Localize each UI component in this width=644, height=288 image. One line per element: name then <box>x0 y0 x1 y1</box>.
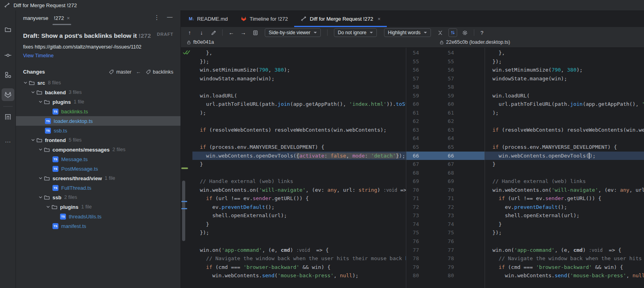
gitlab-icon[interactable] <box>2 88 14 101</box>
line-number-row: 7979 <box>406 263 485 272</box>
chevron-down-icon <box>45 204 51 210</box>
typescript-file-icon: TS <box>52 185 58 191</box>
code-line: }); <box>485 57 644 66</box>
changes-applied-check-icon <box>182 49 190 56</box>
lock-icon <box>439 40 444 45</box>
line-number-row: 7676 <box>406 237 485 246</box>
tree-item-loader-desktop-ts[interactable]: TSloader.desktop.ts <box>16 116 180 126</box>
tab-diff[interactable]: Diff for Merge Request !272 × <box>294 10 387 27</box>
tree-item-threadsutils-ts[interactable]: TSthreadsUtils.ts <box>16 212 180 221</box>
whitespace-dropdown[interactable]: Do not ignore <box>334 28 377 37</box>
code-line <box>192 237 406 246</box>
bookmarks-icon[interactable] <box>2 111 14 123</box>
help-button[interactable]: ? <box>481 30 483 36</box>
chevron-down-icon <box>30 137 36 143</box>
pane-separator <box>406 48 406 288</box>
folder-icon <box>36 137 43 143</box>
folder-icon <box>36 89 43 95</box>
code-line: // Handle external (web) links <box>192 177 406 186</box>
diff-pane-left[interactable]: }, }); win.setMinimumSize(790, 380); win… <box>192 48 406 288</box>
collapse-unchanged-icon[interactable] <box>436 30 444 36</box>
code-line: // Navigate the window back when the use… <box>192 254 406 263</box>
editor-tabs: M↓ README.md Timeline for !272 Diff for … <box>181 10 644 27</box>
tab-manyverse[interactable]: manyverse <box>23 10 48 25</box>
code-line: win.on('app-command', (e, cmd) :void => … <box>192 246 406 255</box>
tree-item-backlinks-ts[interactable]: TSbacklinks.ts <box>16 107 180 116</box>
changelist-icon[interactable] <box>251 30 259 36</box>
tree-item-fullthread-ts[interactable]: TSFullThread.ts <box>16 183 180 193</box>
forward-button[interactable]: → <box>239 29 247 36</box>
mr-title: Draft: Show a post's backlinks below it … <box>23 31 156 41</box>
tree-item-postmessage-ts[interactable]: TSPostMessage.ts <box>16 164 180 173</box>
more-icon[interactable]: ⋯ <box>2 136 14 148</box>
changes-row: Changes master ← backlinks <box>23 69 173 75</box>
change-marker-blue <box>181 208 187 209</box>
tab-readme[interactable]: M↓ README.md <box>182 10 234 27</box>
code-line: win.setMinimumSize(790, 380); <box>485 66 644 74</box>
title-bar: Diff for Merge Request !272 <box>0 0 644 10</box>
line-number-row: 7070 <box>406 186 485 195</box>
tree-item-ssb-ts[interactable]: TSssb.ts <box>16 126 180 135</box>
viewer-mode-dropdown[interactable]: Side-by-side viewer <box>265 28 321 37</box>
prev-change-button[interactable]: ↑ <box>186 29 194 36</box>
view-timeline-link[interactable]: View Timeline <box>23 53 173 58</box>
pane-separator <box>485 48 485 288</box>
code-line: shell.openExternal(url); <box>192 211 406 220</box>
vertical-scrollbar[interactable] <box>182 181 185 241</box>
sync-scrolling-toggle[interactable] <box>448 28 457 37</box>
line-number-row: 7474 <box>406 220 485 229</box>
tree-item-frontend[interactable]: frontend5 files <box>16 135 180 145</box>
tree-item-plugins[interactable]: plugins1 file <box>16 202 180 212</box>
tab-mr-272[interactable]: !272 × <box>54 10 70 25</box>
code-line: win.webContents.openDevTools({activate: … <box>192 152 406 160</box>
edit-icon[interactable] <box>209 30 217 36</box>
back-button[interactable]: ← <box>227 29 235 36</box>
code-line: ev.preventDefault(); <box>192 203 406 212</box>
code-line <box>485 134 644 143</box>
code-line: }, <box>192 49 406 57</box>
code-line: if (url !== ev.sender.getURL()) { <box>192 194 406 203</box>
code-line: win.loadURL( <box>485 91 644 100</box>
tree-item-src[interactable]: src8 files <box>16 78 180 88</box>
diff-pane-right[interactable]: }, }); win.setMinimumSize(790, 380); win… <box>485 48 644 288</box>
merge-request-diff-icon <box>4 2 10 8</box>
minimize-icon[interactable]: — <box>167 14 173 20</box>
highlight-mode-dropdown[interactable]: Highlight words <box>384 28 431 37</box>
line-number-row: 5757 <box>406 74 485 83</box>
kebab-menu-icon[interactable]: ⋮ <box>154 14 160 21</box>
close-icon[interactable]: × <box>378 16 381 22</box>
mr-header: Draft: Show a post's backlinks below it … <box>16 25 180 58</box>
commit-icon[interactable] <box>2 49 14 62</box>
tree-item-plugins[interactable]: plugins1 file <box>16 97 180 107</box>
code-line: ev.preventDefault(); <box>485 203 644 212</box>
file-tree: src8 filesbackend3 filesplugins1 fileTSb… <box>16 78 180 231</box>
tree-item-ssb[interactable]: ssb2 files <box>16 193 180 202</box>
folder-icon <box>44 175 50 181</box>
tree-item-backend[interactable]: backend3 files <box>16 88 180 97</box>
tree-item-screens-thread-view[interactable]: screens/thread/view1 file <box>16 173 180 183</box>
code-line: if (resolveWebContents) resolveWebConten… <box>192 126 406 134</box>
code-line <box>192 169 406 177</box>
ide-window: Diff for Merge Request !272 ⋯ manyverse <box>0 0 644 288</box>
next-change-button[interactable]: ↓ <box>198 29 206 36</box>
project-icon[interactable] <box>2 23 14 36</box>
close-icon[interactable]: × <box>67 15 70 21</box>
code-line: // Handle external (web) links <box>485 177 644 186</box>
code-line <box>485 169 644 177</box>
code-line: shell.openExternal(url); <box>485 211 644 220</box>
tab-timeline[interactable]: Timeline for !272 <box>234 10 294 27</box>
code-line <box>485 117 644 126</box>
tree-item-manifest-ts[interactable]: TSmanifest.ts <box>16 221 180 231</box>
code-line: }); <box>192 228 406 237</box>
typescript-file-icon: TS <box>45 118 51 124</box>
code-line: win.webContents.send('mouse-back-press',… <box>485 271 644 280</box>
folder-icon <box>29 80 35 86</box>
code-line: if (cmd === 'browser-backward' && win) { <box>485 263 644 272</box>
revision-row: fb0e041a 22e65c0b (loader.desktop.ts) <box>181 38 644 48</box>
editor-area: M↓ README.md Timeline for !272 Diff for … <box>181 10 644 288</box>
structure-icon[interactable] <box>2 68 14 81</box>
tree-item-components-messages[interactable]: components/messages2 files <box>16 145 180 154</box>
code-line: } <box>192 160 406 169</box>
tree-item-message-ts[interactable]: TSMessage.ts <box>16 154 180 164</box>
gear-icon[interactable] <box>461 30 469 36</box>
